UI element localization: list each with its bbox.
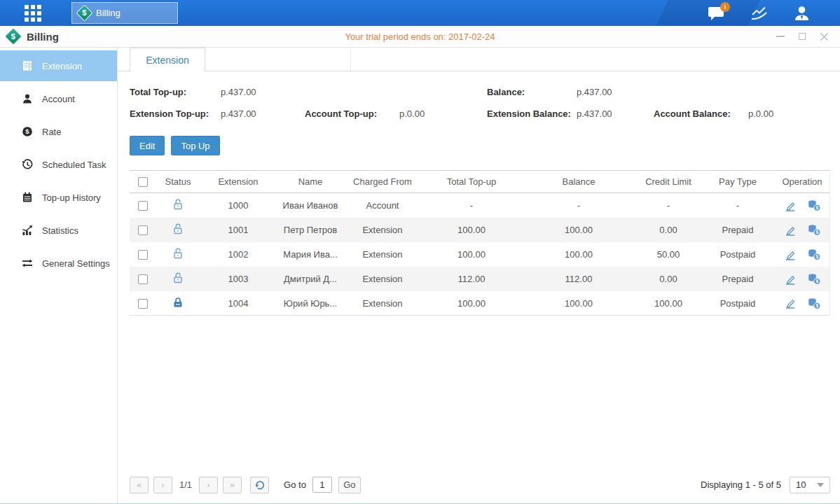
cell-total-topup: - [421,200,522,211]
edit-row-icon[interactable] [784,224,797,237]
sidebar-item-label: Top-up History [42,192,101,203]
user-account-icon[interactable] [793,5,811,22]
row-checkbox[interactable] [138,299,148,309]
cell-balance: 112.00 [522,274,635,284]
app-launcher-grid-icon[interactable] [25,5,41,22]
cell-balance: 100.00 [522,225,635,235]
edit-row-icon[interactable] [784,200,797,212]
window-title: Billing [27,31,59,43]
bar-chart-icon [21,225,33,236]
sidebar-item-scheduled-task[interactable]: Scheduled Task [0,149,117,180]
top-up-row-icon[interactable]: $ [807,298,821,309]
cell-credit-limit: 0.00 [635,274,701,284]
sidebar-item-rate[interactable]: $ Rate [0,116,117,147]
status-unlocked-icon[interactable] [172,198,184,211]
taskbar-tab-billing[interactable]: $ Billing [71,2,178,24]
cell-extension: 1004 [200,298,277,309]
last-page-button[interactable]: » [223,477,242,493]
edit-row-icon[interactable] [784,273,797,286]
taskbar-tab-label: Billing [96,8,121,18]
first-page-button[interactable]: « [130,477,149,493]
account-topup-label: Account Top-up: [305,108,399,119]
row-checkbox[interactable] [138,250,148,260]
sidebar-item-extension[interactable]: Extension [0,50,117,81]
account-balance-label: Account Balance: [654,108,748,119]
minimize-icon[interactable] [776,31,785,41]
window-titlebar: $ Billing Your trial period ends on: 201… [0,26,840,48]
cell-total-topup: 112.00 [421,274,522,284]
cell-extension: 1001 [200,225,277,235]
go-button[interactable]: Go [338,477,361,493]
table-row: 1001Петр ПетровExtension100.00100.000.00… [130,218,829,242]
cell-extension: 1000 [200,200,277,211]
edit-button[interactable]: Edit [130,136,165,155]
refresh-button[interactable] [250,477,269,493]
extension-balance-value: p.437.00 [577,108,654,119]
balance-value: p.437.00 [577,87,654,97]
cell-name: Дмитрий Д... [277,274,344,284]
sidebar-item-general-settings[interactable]: General Settings [0,248,117,279]
svg-text:$: $ [815,254,818,260]
prev-page-button[interactable]: ‹ [153,477,172,493]
sidebar-item-topup-history[interactable]: Top-up History [0,182,117,213]
close-icon[interactable] [819,31,829,41]
top-up-row-icon[interactable]: $ [807,273,821,285]
status-unlocked-icon[interactable] [172,247,184,260]
col-extension: Extension [200,176,277,187]
tab-divider [350,49,351,71]
cell-charged-from: Account [344,200,421,211]
cell-total-topup: 100.00 [421,249,522,260]
sidebar: Extension Account $ Rate [0,48,118,503]
sidebar-item-label: Rate [42,127,61,137]
goto-page-input[interactable] [312,477,332,493]
extension-topup-value: p.437.00 [221,108,305,119]
status-unlocked-icon[interactable] [172,272,184,284]
taskbar: $ Billing ! [0,0,840,26]
sidebar-item-account[interactable]: Account [0,83,117,114]
select-all-checkbox[interactable] [138,177,148,187]
sidebar-item-statistics[interactable]: Statistics [0,215,117,246]
next-page-button[interactable]: › [199,477,218,493]
tab-extension[interactable]: Extension [130,48,205,71]
table-row: 1003Дмитрий Д...Extension112.00112.000.0… [130,267,829,291]
displaying-text: Displaying 1 - 5 of 5 [701,479,781,490]
person-icon [21,93,33,104]
status-unlocked-icon[interactable] [172,223,184,235]
account-topup-value: p.0.00 [399,108,487,119]
col-total-topup: Total Top-up [421,176,522,187]
balance-summary: Total Top-up: p.437.00 Extension Top-up:… [130,81,830,125]
row-checkbox[interactable] [138,201,148,211]
page-size-dropdown[interactable]: 10 [790,477,830,493]
main-content: Extension Total Top-up: p.437.00 Extensi… [118,48,840,503]
row-checkbox[interactable] [138,274,148,284]
ledger-icon [21,60,33,71]
maximize-icon[interactable] [797,31,807,41]
row-checkbox[interactable] [138,225,148,235]
cell-name: Юрий Юрь... [277,298,344,309]
cell-balance: 100.00 [522,298,635,309]
reports-chart-icon[interactable] [750,6,768,21]
cell-credit-limit: 50.00 [635,249,701,260]
messages-icon[interactable]: ! [708,5,725,21]
account-balance-value: p.0.00 [748,108,830,119]
sidebar-item-label: Scheduled Task [42,160,106,170]
svg-text:$: $ [815,279,818,284]
billing-diamond-icon: $ [76,4,92,21]
cell-charged-from: Extension [344,225,421,235]
billing-window-icon: $ [4,27,22,45]
status-locked-icon[interactable] [172,296,184,309]
edit-row-icon[interactable] [784,297,797,309]
cell-name: Иван Иванов [277,200,344,211]
extension-topup-label: Extension Top-up: [130,108,221,119]
edit-row-icon[interactable] [784,248,797,261]
cell-total-topup: 100.00 [421,225,522,235]
col-charged-from: Charged From [344,176,421,187]
top-up-button[interactable]: Top Up [171,136,219,155]
top-up-row-icon[interactable]: $ [807,248,821,260]
dollar-coin-icon: $ [21,126,33,137]
table-row: 1002Мария Ива...Extension100.00100.0050.… [130,242,829,267]
top-up-row-icon[interactable]: $ [807,224,821,236]
top-up-row-icon[interactable]: $ [807,200,821,211]
col-name: Name [277,176,344,187]
cell-pay-type: Postpaid [701,298,774,309]
